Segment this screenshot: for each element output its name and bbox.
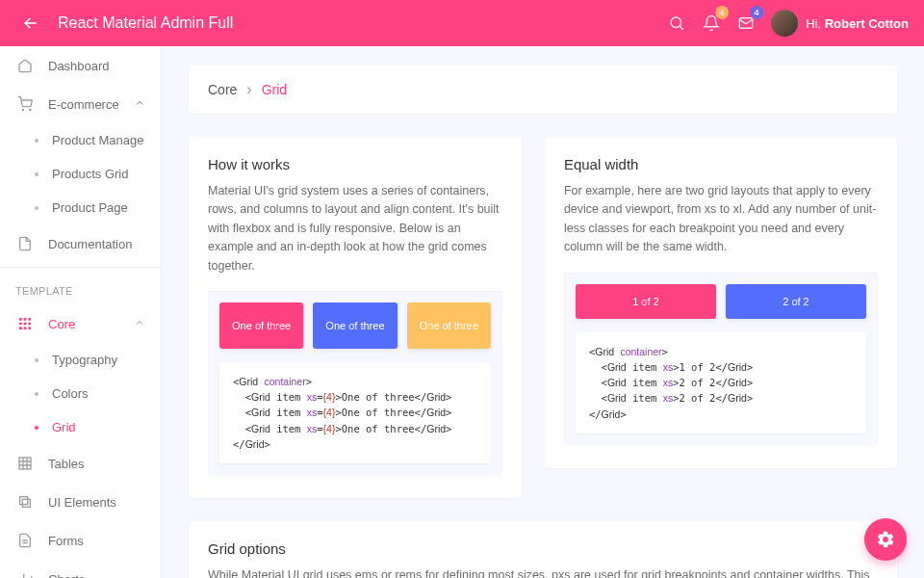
arrow-left-icon <box>21 13 40 33</box>
sidebar-item-typography[interactable]: Typography <box>0 343 161 377</box>
svg-rect-11 <box>24 327 27 329</box>
grid-cell: One of three <box>219 302 303 349</box>
sidebar-item-documentation[interactable]: Documentation <box>0 224 161 263</box>
sidebar-item-label: Grid <box>52 420 76 434</box>
demo-container: 1 of 2 2 of 2 <Grid container> <Grid ite… <box>564 273 878 445</box>
sidebar-section-label: TEMPLATE <box>0 272 161 304</box>
sidebar-item-products-grid[interactable]: Products Grid <box>0 157 161 191</box>
svg-point-0 <box>671 17 681 28</box>
sidebar-item-label: Dashboard <box>48 59 110 73</box>
card-grid-options: Grid options While Material UI grid uses… <box>189 521 897 578</box>
card-title: Equal width <box>564 156 878 172</box>
sidebar-item-ui-elements[interactable]: UI Elements <box>0 483 161 521</box>
card-equal-width: Equal width For example, here are two gr… <box>545 137 897 468</box>
grid-cell: 1 of 2 <box>576 284 716 319</box>
sidebar-item-ecommerce[interactable]: E-commerce <box>0 85 161 123</box>
sidebar-item-label: Colors <box>52 386 89 401</box>
sidebar-item-tables[interactable]: Tables <box>0 444 161 483</box>
sidebar-item-label: Typography <box>52 353 117 367</box>
sidebar-item-label: Documentation <box>48 237 132 251</box>
sidebar-item-charts[interactable]: Charts <box>0 560 161 578</box>
breadcrumb-current: Grid <box>262 82 287 97</box>
dot-icon <box>35 172 38 176</box>
code-snippet: <Grid container> <Grid item xs>1 of 2</G… <box>576 332 866 434</box>
chevron-up-icon <box>134 97 145 112</box>
svg-point-2 <box>22 109 23 110</box>
settings-fab[interactable] <box>864 518 907 561</box>
cart-icon <box>15 94 35 114</box>
chart-icon <box>15 569 35 578</box>
sidebar-item-label: Products Grid <box>52 167 128 181</box>
card-how-it-works: How it works Material UI's grid system u… <box>189 137 522 498</box>
document-icon <box>15 234 35 253</box>
sidebar-item-grid[interactable]: Grid <box>0 410 161 444</box>
messages-button[interactable]: 4 <box>729 6 763 40</box>
sidebar-item-product-manage[interactable]: Product Manage <box>0 123 161 157</box>
sidebar-item-label: Product Page <box>52 200 128 215</box>
grid-cell: 2 of 2 <box>726 284 866 319</box>
back-button[interactable] <box>15 8 46 39</box>
svg-rect-10 <box>19 327 22 329</box>
sidebar-item-colors[interactable]: Colors <box>0 377 161 410</box>
dot-icon <box>35 206 38 210</box>
notifications-badge: 4 <box>715 6 729 19</box>
sidebar: Dashboard E-commerce Product Manage Prod… <box>0 46 162 578</box>
svg-rect-5 <box>24 318 27 321</box>
svg-point-3 <box>30 109 31 110</box>
search-icon <box>668 14 685 32</box>
dot-icon <box>35 358 38 362</box>
card-title: Grid options <box>208 540 878 557</box>
sidebar-item-label: UI Elements <box>48 495 116 510</box>
sidebar-item-dashboard[interactable]: Dashboard <box>0 46 161 85</box>
sidebar-item-label: Tables <box>48 457 85 471</box>
grid-row: 1 of 2 2 of 2 <box>576 284 866 319</box>
app-title: React Material Admin Full <box>58 14 233 32</box>
main-content[interactable]: Core › Grid How it works Material UI's g… <box>162 46 924 578</box>
card-body: While Material UI grid uses ems or rems … <box>208 566 878 578</box>
breadcrumb: Core › Grid <box>189 66 897 114</box>
grid-row: One of three One of three One of three <box>219 302 491 349</box>
dot-icon <box>35 426 38 430</box>
messages-badge: 4 <box>750 6 763 19</box>
svg-rect-9 <box>28 323 31 326</box>
svg-rect-12 <box>28 327 31 329</box>
chevron-up-icon <box>134 317 145 331</box>
demo-container: One of three One of three One of three <… <box>208 291 502 475</box>
app-header: React Material Admin Full 4 4 Hi, Robert… <box>0 0 924 46</box>
svg-rect-15 <box>22 499 30 507</box>
svg-rect-14 <box>20 497 28 505</box>
sidebar-item-core[interactable]: Core <box>0 304 161 343</box>
sidebar-item-label: Charts <box>48 572 85 579</box>
svg-rect-8 <box>24 323 27 326</box>
layers-icon <box>15 492 35 512</box>
breadcrumb-root[interactable]: Core <box>208 82 237 97</box>
dot-icon <box>35 139 38 143</box>
svg-rect-7 <box>19 323 22 326</box>
sidebar-item-label: Forms <box>48 534 84 548</box>
grid-cell: One of three <box>407 302 491 349</box>
svg-rect-6 <box>28 318 31 321</box>
card-title: How it works <box>208 156 502 172</box>
table-icon <box>15 454 35 473</box>
card-body: For example, here are two grid layouts t… <box>564 182 878 257</box>
sidebar-item-label: Core <box>48 317 75 331</box>
notifications-button[interactable]: 4 <box>694 6 729 40</box>
sidebar-item-label: E-commerce <box>48 97 119 112</box>
form-icon <box>15 531 35 550</box>
avatar[interactable] <box>771 10 798 37</box>
dot-icon <box>35 392 38 396</box>
svg-rect-13 <box>19 458 31 469</box>
code-snippet: <Grid container> <Grid item xs={4}>One o… <box>219 362 491 463</box>
sidebar-item-product-page[interactable]: Product Page <box>0 191 161 224</box>
card-body: Material UI's grid system uses a series … <box>208 182 502 276</box>
grid-apps-icon <box>15 314 35 333</box>
search-button[interactable] <box>659 6 694 40</box>
sidebar-item-label: Product Manage <box>52 133 143 147</box>
greeting: Hi, Robert Cotton <box>806 16 909 31</box>
gear-icon <box>876 530 895 549</box>
grid-cell: One of three <box>313 302 397 349</box>
chevron-right-icon: › <box>246 81 251 98</box>
svg-rect-4 <box>19 318 22 321</box>
home-icon <box>15 56 35 75</box>
sidebar-item-forms[interactable]: Forms <box>0 521 161 560</box>
